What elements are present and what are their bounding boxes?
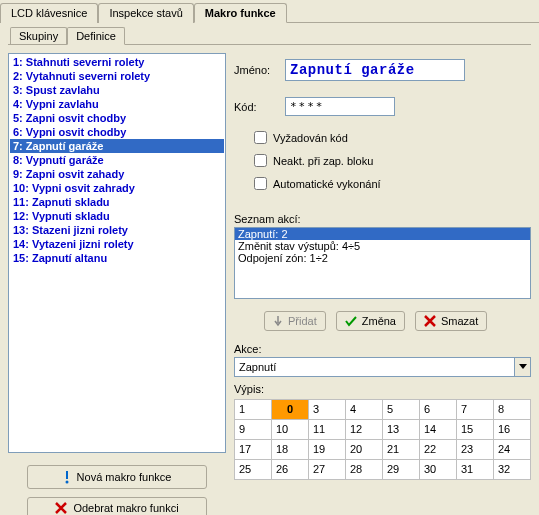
- grid-cell[interactable]: 0: [272, 400, 309, 420]
- macro-item[interactable]: 8: Vypnutí garáže: [10, 153, 224, 167]
- akce-label: Akce:: [234, 343, 531, 355]
- delete-action-label: Smazat: [441, 315, 478, 327]
- actions-list[interactable]: Zapnutí: 2Změnit stav výstupů: 4÷5Odpoje…: [234, 227, 531, 299]
- grid-cell[interactable]: 11: [309, 420, 346, 440]
- grid-cell[interactable]: 9: [235, 420, 272, 440]
- grid-cell[interactable]: 6: [420, 400, 457, 420]
- grid-cell[interactable]: 15: [457, 420, 494, 440]
- vypis-label: Výpis:: [234, 383, 531, 395]
- check-icon: [345, 315, 357, 327]
- macro-item[interactable]: 11: Zapnuti skladu: [10, 195, 224, 209]
- macro-item[interactable]: 12: Vypnuti skladu: [10, 209, 224, 223]
- name-input[interactable]: [285, 59, 465, 81]
- remove-macro-button[interactable]: Odebrat makro funkci: [27, 497, 207, 515]
- macro-item[interactable]: 13: Stazeni jizni rolety: [10, 223, 224, 237]
- main-tab-0[interactable]: LCD klávesnice: [0, 3, 98, 23]
- main-tabs: LCD klávesniceInspekce stavůMakro funkce: [0, 0, 539, 23]
- auto-exec-checkbox[interactable]: [254, 177, 267, 190]
- x-red-icon: [55, 502, 67, 514]
- auto-exec-label: Automatické vykonání: [273, 178, 381, 190]
- grid-cell[interactable]: 18: [272, 440, 309, 460]
- action-row[interactable]: Odpojení zón: 1÷2: [235, 252, 530, 264]
- grid-cell[interactable]: 4: [346, 400, 383, 420]
- remove-macro-label: Odebrat makro funkci: [73, 502, 178, 514]
- grid-cell[interactable]: 8: [494, 400, 531, 420]
- grid-cell[interactable]: 25: [235, 460, 272, 480]
- akce-combobox[interactable]: Zapnutí: [234, 357, 531, 377]
- grid-cell[interactable]: 27: [309, 460, 346, 480]
- x-red-icon: [424, 315, 436, 327]
- svg-point-1: [65, 481, 68, 484]
- grid-cell[interactable]: 22: [420, 440, 457, 460]
- grid-cell[interactable]: 20: [346, 440, 383, 460]
- new-macro-button[interactable]: Nová makro funkce: [27, 465, 207, 489]
- grid-cell[interactable]: 30: [420, 460, 457, 480]
- macro-item[interactable]: 6: Vypni osvit chodby: [10, 125, 224, 139]
- main-tab-2[interactable]: Makro funkce: [194, 3, 287, 23]
- delete-action-button[interactable]: Smazat: [415, 311, 487, 331]
- grid-cell[interactable]: 32: [494, 460, 531, 480]
- grid-cell[interactable]: 29: [383, 460, 420, 480]
- exclaim-icon: [63, 470, 71, 484]
- grid-cell[interactable]: 31: [457, 460, 494, 480]
- grid-cell[interactable]: 17: [235, 440, 272, 460]
- macro-item[interactable]: 1: Stahnuti severni rolety: [10, 55, 224, 69]
- grid-cell[interactable]: 5: [383, 400, 420, 420]
- inactive-block-checkbox[interactable]: [254, 154, 267, 167]
- macro-item[interactable]: 15: Zapnutí altanu: [10, 251, 224, 265]
- require-code-checkbox[interactable]: [254, 131, 267, 144]
- grid-cell[interactable]: 19: [309, 440, 346, 460]
- macro-item[interactable]: 14: Vytazeni jizni rolety: [10, 237, 224, 251]
- grid-cell[interactable]: 7: [457, 400, 494, 420]
- require-code-label: Vyžadován kód: [273, 132, 348, 144]
- macro-item[interactable]: 9: Zapni osvit zahady: [10, 167, 224, 181]
- grid-cell[interactable]: 21: [383, 440, 420, 460]
- chevron-down-icon[interactable]: [514, 358, 530, 376]
- down-arrow-icon: [273, 315, 283, 327]
- change-action-label: Změna: [362, 315, 396, 327]
- actions-list-label: Seznam akcí:: [234, 213, 531, 225]
- grid-cell[interactable]: 14: [420, 420, 457, 440]
- sub-tab-1[interactable]: Definice: [67, 27, 125, 45]
- grid-cell[interactable]: 12: [346, 420, 383, 440]
- akce-value: Zapnutí: [235, 359, 280, 375]
- grid-cell[interactable]: 26: [272, 460, 309, 480]
- action-row[interactable]: Změnit stav výstupů: 4÷5: [235, 240, 530, 252]
- macro-item[interactable]: 7: Zapnutí garáže: [10, 139, 224, 153]
- vypis-grid[interactable]: 1034567891011121314151617181920212223242…: [234, 399, 531, 480]
- code-label: Kód:: [234, 101, 279, 113]
- add-action-button[interactable]: Přidat: [264, 311, 326, 331]
- macro-item[interactable]: 4: Vypni zavlahu: [10, 97, 224, 111]
- grid-cell[interactable]: 10: [272, 420, 309, 440]
- action-row[interactable]: Zapnutí: 2: [235, 228, 530, 240]
- change-action-button[interactable]: Změna: [336, 311, 405, 331]
- grid-cell[interactable]: 3: [309, 400, 346, 420]
- macro-item[interactable]: 3: Spust zavlahu: [10, 83, 224, 97]
- grid-cell[interactable]: 1: [235, 400, 272, 420]
- macro-list[interactable]: 1: Stahnuti severni rolety2: Vytahnuti s…: [8, 53, 226, 453]
- grid-cell[interactable]: 28: [346, 460, 383, 480]
- macro-item[interactable]: 10: Vypni osvit zahrady: [10, 181, 224, 195]
- add-action-label: Přidat: [288, 315, 317, 327]
- grid-cell[interactable]: 23: [457, 440, 494, 460]
- name-label: Jméno:: [234, 64, 279, 76]
- main-tab-1[interactable]: Inspekce stavů: [98, 3, 193, 23]
- code-input[interactable]: [285, 97, 395, 116]
- new-macro-label: Nová makro funkce: [77, 471, 172, 483]
- sub-tabs: SkupinyDefinice: [0, 23, 539, 44]
- sub-tab-0[interactable]: Skupiny: [10, 27, 67, 45]
- macro-item[interactable]: 5: Zapni osvit chodby: [10, 111, 224, 125]
- inactive-block-label: Neakt. při zap. bloku: [273, 155, 373, 167]
- grid-cell[interactable]: 16: [494, 420, 531, 440]
- grid-cell[interactable]: 24: [494, 440, 531, 460]
- macro-item[interactable]: 2: Vytahnuti severni rolety: [10, 69, 224, 83]
- grid-cell[interactable]: 13: [383, 420, 420, 440]
